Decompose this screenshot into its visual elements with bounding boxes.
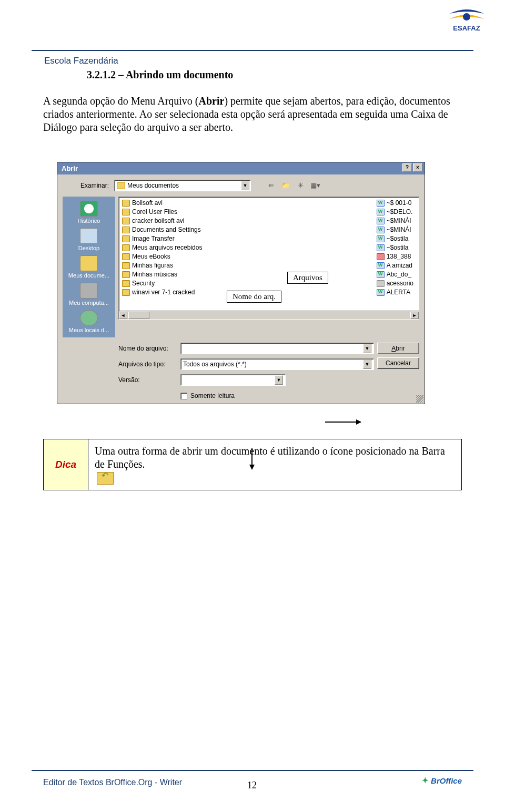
open-dialog-screenshot: Abrir ? × Examinar: Meus documentos ▼ ⇐ … [57, 162, 425, 404]
folder-icon [122, 280, 130, 287]
place-label: Meus docume... [68, 272, 109, 279]
list-item[interactable]: Meus eBooks [122, 253, 202, 260]
place-desktop[interactable]: Desktop [65, 227, 113, 252]
chevron-down-icon[interactable]: ▼ [363, 359, 371, 369]
item-label: ~$MINÁI [387, 226, 411, 233]
list-item[interactable]: ~$MINÁI [377, 217, 413, 224]
folder-icon [122, 227, 130, 233]
horizontal-scrollbar[interactable]: ◄ ► [119, 311, 419, 319]
examine-label: Examinar: [63, 182, 109, 189]
item-label: acessorio [387, 280, 413, 287]
list-item[interactable]: Image Transfer [122, 235, 202, 242]
item-label: Meus eBooks [132, 253, 170, 260]
scroll-right-icon[interactable]: ► [410, 312, 419, 319]
list-item[interactable]: Meus arquivos recebidos [122, 244, 202, 251]
readonly-checkbox[interactable] [180, 393, 187, 399]
chevron-down-icon[interactable]: ▼ [275, 375, 283, 385]
folder-icon [122, 244, 130, 251]
chevron-down-icon[interactable]: ▼ [363, 344, 371, 353]
list-item[interactable]: ~$ 001-0 [377, 199, 413, 207]
filename-input[interactable]: ▼ [180, 343, 374, 354]
folder-icon [122, 271, 130, 278]
cancel-button[interactable]: Cancelar [377, 357, 419, 369]
word-file-icon [377, 235, 385, 242]
version-combo[interactable]: ▼ [180, 374, 286, 386]
image-file-icon [377, 253, 385, 260]
arrow-right-icon [325, 422, 361, 423]
filetype-combo[interactable]: Todos os arquivos (*.*)▼ [180, 358, 374, 370]
desktop-icon [80, 228, 98, 244]
list-item[interactable]: Corel User Files [122, 208, 202, 215]
network-icon [80, 310, 98, 326]
broffice-logo: ✦ BrOffice [422, 776, 462, 785]
esafaz-logo: ESAFAZ [445, 4, 489, 35]
close-icon[interactable]: × [413, 163, 422, 172]
open-button[interactable]: Abrir [377, 343, 419, 354]
place-history[interactable]: Histórico [65, 200, 113, 225]
readonly-label: Somente leitura [190, 392, 235, 399]
word-file-icon [377, 244, 385, 251]
file-list[interactable]: Boilsoft avi Corel User Files cracker bo… [118, 197, 419, 320]
item-label: Security [132, 280, 155, 287]
folder-icon [122, 235, 130, 242]
folder-icon [122, 253, 130, 260]
item-label: Minhas músicas [132, 271, 177, 278]
callout-nome: Nome do arq. [227, 291, 281, 303]
folder-icon [122, 289, 130, 296]
new-folder-icon[interactable]: ✳ [295, 180, 306, 191]
list-item[interactable]: A amizad [377, 262, 413, 269]
list-item[interactable]: Security [122, 280, 202, 287]
word-file-icon [377, 271, 385, 278]
list-item[interactable]: Documents and Settings [122, 226, 202, 233]
list-item[interactable]: acessorio [377, 280, 413, 287]
place-network[interactable]: Meus locais d... [65, 309, 113, 334]
scroll-thumb[interactable] [128, 312, 149, 319]
resize-grip-icon[interactable] [416, 395, 423, 403]
tip-box: Dica Uma outra forma de abrir um documen… [43, 439, 462, 490]
list-item[interactable]: 138_388 [377, 253, 413, 260]
list-item[interactable]: ~$DELO. [377, 208, 413, 215]
file-icon [377, 280, 385, 287]
footer-text: Editor de Textos BrOffice.Org - Writer [43, 778, 182, 787]
list-item[interactable]: ~$ostila [377, 235, 413, 242]
item-label: winavi ver 7-1 cracked [132, 289, 195, 296]
documents-icon [80, 255, 98, 271]
item-label: ~$DELO. [387, 208, 413, 215]
view-icon[interactable]: ▦▾ [310, 180, 320, 191]
scroll-left-icon[interactable]: ◄ [119, 312, 127, 319]
list-item[interactable]: ~$MINÁI [377, 226, 413, 233]
list-item[interactable]: Minhas figuras [122, 262, 202, 269]
item-label: ~$ 001-0 [387, 199, 412, 207]
place-computer[interactable]: Meu computa... [65, 282, 113, 307]
list-item[interactable]: ~$ostila [377, 244, 413, 251]
tip-text: Uma outra forma de abrir um documento é … [88, 439, 461, 490]
filename-label: Nome do arquivo: [118, 345, 176, 352]
word-file-icon [377, 200, 385, 207]
back-icon[interactable]: ⇐ [266, 180, 276, 191]
examine-value: Meus documentos [127, 182, 241, 189]
item-label: ~$MINÁI [387, 217, 411, 224]
list-item[interactable]: Minhas músicas [122, 271, 202, 278]
tip-paragraph: Uma outra forma de abrir um documento é … [95, 445, 445, 470]
item-label: Documents and Settings [132, 226, 201, 233]
list-item[interactable]: winavi ver 7-1 cracked [122, 289, 202, 296]
up-folder-icon[interactable]: 📁 [280, 180, 291, 191]
page-number: 12 [247, 780, 257, 791]
list-item[interactable]: Boilsoft avi [122, 199, 202, 207]
place-documents[interactable]: Meus docume... [65, 254, 113, 280]
list-item[interactable]: Abc_do_ [377, 271, 413, 278]
chevron-down-icon[interactable]: ▼ [241, 181, 249, 190]
help-icon[interactable]: ? [402, 163, 412, 172]
list-item[interactable]: ALERTA [377, 289, 413, 296]
item-label: ALERTA [387, 289, 411, 296]
examine-combo[interactable]: Meus documentos ▼ [114, 180, 251, 191]
place-label: Desktop [78, 245, 99, 251]
item-label: Image Transfer [132, 235, 175, 242]
item-label: Abc_do_ [387, 271, 411, 278]
item-label: cracker boilsoft avi [132, 217, 184, 224]
word-file-icon [377, 209, 385, 215]
list-item[interactable]: cracker boilsoft avi [122, 217, 202, 224]
folder-icon [122, 200, 130, 207]
svg-text:ESAFAZ: ESAFAZ [453, 24, 480, 32]
callout-arquivos: Arquivos [287, 272, 328, 284]
